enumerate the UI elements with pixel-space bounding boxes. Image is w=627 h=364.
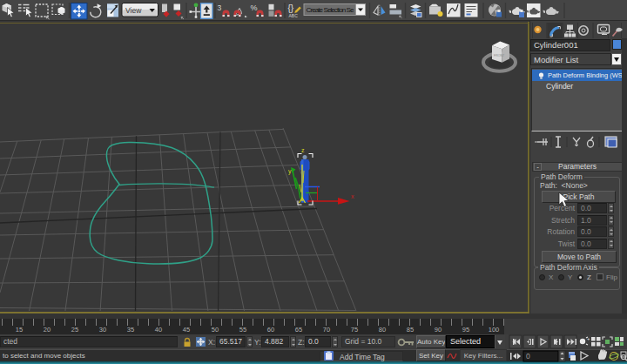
svg-text:x: x <box>351 193 354 199</box>
svg-text:0: 0 <box>526 352 530 361</box>
svg-text:z: z <box>301 147 305 153</box>
svg-text:FRONT: FRONT <box>494 54 505 57</box>
svg-text:y: y <box>288 168 292 175</box>
svg-text:+: + <box>587 336 590 341</box>
